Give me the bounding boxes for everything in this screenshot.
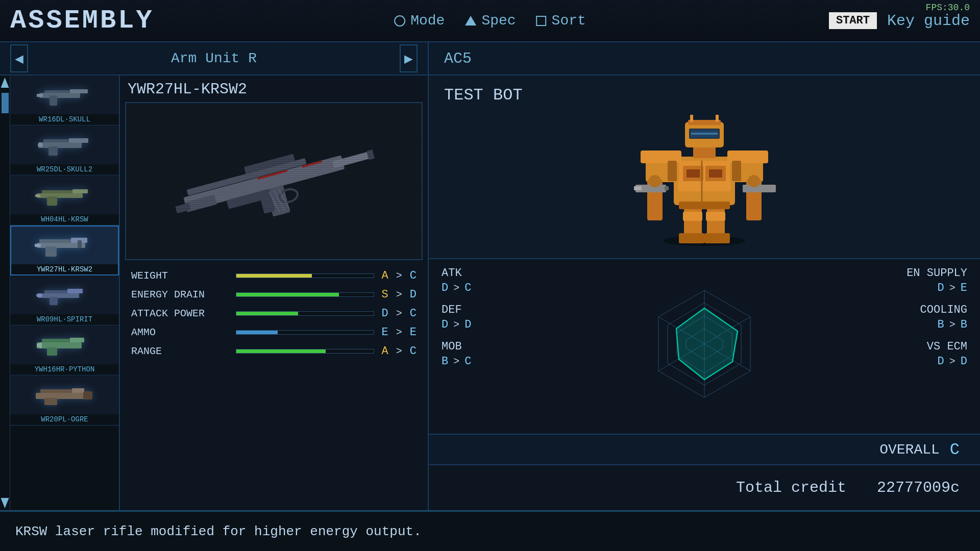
weapon-item-bg	[10, 76, 119, 114]
overall-label: OVERALL	[879, 442, 940, 458]
svg-rect-31	[36, 393, 84, 399]
weapon-image	[34, 280, 95, 311]
svg-rect-35	[83, 391, 92, 399]
arrow: >	[453, 356, 459, 367]
weapon-item[interactable]: YWH16HR·PYTHON	[10, 325, 119, 375]
scroll-thumb[interactable]	[2, 93, 9, 113]
sort-label: Sort	[552, 13, 586, 29]
svg-point-88	[748, 175, 760, 187]
stat-row-range: RANGE A > C	[131, 345, 416, 358]
grade-arrow: >	[396, 270, 402, 282]
weapon-item[interactable]: WR16DL·SKULL	[10, 76, 119, 126]
arrow: >	[949, 319, 955, 331]
arrow: >	[949, 356, 955, 367]
scroll-down-arrow[interactable]	[1, 498, 9, 508]
left-panel: ◀ Arm Unit R ▶	[0, 42, 429, 510]
credit-label: Total credit	[736, 479, 846, 496]
svg-rect-24	[50, 297, 58, 305]
svg-rect-63	[687, 169, 700, 178]
weapon-item-bg	[10, 276, 119, 314]
stat-row-weight: WEIGHT A > C	[131, 269, 416, 282]
left-scrollbar	[0, 76, 10, 510]
weapon-item-bg	[10, 376, 119, 414]
en-supply-label: EN SUPPLY	[906, 267, 967, 280]
mob-grade-after: C	[464, 355, 471, 368]
stat-weight-bar	[236, 273, 374, 278]
stat-row-ammo: AMMO E > E	[131, 326, 416, 339]
def-grades: D > D	[442, 318, 628, 331]
svg-rect-55	[679, 233, 704, 243]
en-supply-grade-before: D	[938, 282, 944, 294]
bot-display: TEST BOT	[429, 76, 980, 259]
overall-grade: C	[950, 440, 960, 459]
left-panel-header: ◀ Arm Unit R ▶	[0, 42, 428, 76]
mob-grade-before: B	[442, 355, 448, 368]
grade-weight-before: A	[382, 269, 388, 282]
header-navigation: Mode Spec Sort	[394, 13, 586, 29]
weapon-image	[34, 180, 95, 211]
stats-left-col: ATK D > C DEF D > D	[442, 267, 628, 426]
cooling-stat-group: COOLING B > B	[920, 304, 967, 331]
svg-rect-74	[634, 186, 642, 190]
weapon-item[interactable]: WR20PL·OGRE	[10, 375, 119, 425]
svg-rect-80	[691, 133, 718, 135]
arrow: >	[453, 319, 459, 331]
grade-range-before: A	[382, 345, 388, 358]
prev-button[interactable]: ◀	[10, 44, 28, 72]
stat-range-label: RANGE	[131, 345, 228, 357]
svg-rect-23	[67, 289, 83, 293]
stat-ammo-label: AMMO	[131, 327, 228, 338]
svg-rect-5	[38, 142, 82, 148]
svg-point-9	[38, 142, 43, 147]
grade-ammo-before: E	[382, 326, 388, 339]
arrow: >	[949, 282, 955, 294]
svg-rect-34	[44, 398, 57, 405]
svg-rect-64	[709, 169, 722, 178]
stat-ammo-bar	[236, 330, 374, 335]
spec-nav-item[interactable]: Spec	[465, 13, 516, 29]
weapon-image	[34, 380, 95, 411]
weapon-item[interactable]: WH04HL·KRSW	[10, 176, 119, 226]
weapon-item[interactable]: WR09HL·SPIRIT	[10, 276, 119, 325]
svg-rect-13	[47, 196, 57, 206]
svg-rect-7	[69, 138, 88, 143]
stat-row-energy-drain: ENERGY DRAIN S > D	[131, 288, 416, 301]
svg-rect-3	[50, 95, 57, 106]
left-panel-body: WR16DL·SKULL WR25DL·SKULL2	[0, 76, 428, 510]
svg-point-25	[36, 293, 42, 297]
atk-stat-group: ATK D > C	[442, 267, 628, 294]
header-right: START Key guide	[829, 12, 970, 30]
scroll-up-arrow[interactable]	[1, 78, 9, 88]
start-button[interactable]: START	[829, 12, 877, 29]
grade-weight-after: C	[410, 269, 416, 282]
svg-rect-20	[78, 240, 82, 248]
grade-ammo-after: E	[410, 326, 416, 339]
def-stat-group: DEF D > D	[442, 304, 628, 331]
bot-name-label: TEST BOT	[444, 86, 523, 105]
spec-label: Spec	[481, 13, 516, 29]
weapon-item-bg	[10, 326, 119, 364]
svg-rect-10	[37, 193, 83, 198]
mode-nav-item[interactable]: Mode	[394, 13, 445, 29]
arrow: >	[453, 282, 459, 294]
weapon-item[interactable]: WR25DL·SKULL2	[10, 126, 119, 176]
grade-arrow: >	[396, 345, 402, 357]
svg-rect-56	[704, 233, 730, 243]
atk-grades: D > C	[442, 282, 628, 294]
stats-grid: ATK D > C DEF D > D	[429, 259, 980, 434]
key-guide-label[interactable]: Key guide	[887, 12, 970, 30]
weapon-image	[34, 230, 95, 261]
next-button[interactable]: ▶	[400, 44, 418, 72]
weapon-item-selected[interactable]: YWR27HL·KRSW2	[10, 226, 119, 276]
weapon-item-label: WR20PL·OGRE	[10, 414, 119, 424]
def-label: DEF	[442, 304, 628, 316]
svg-rect-8	[48, 146, 58, 156]
stat-range-bar	[236, 349, 374, 354]
svg-rect-4	[37, 94, 43, 97]
credit-value: 22777009c	[877, 479, 960, 496]
cooling-grades: B > B	[938, 318, 967, 331]
sort-nav-item[interactable]: Sort	[536, 13, 586, 29]
weapon-item-bg	[10, 176, 119, 214]
en-supply-stat-group: EN SUPPLY D > E	[906, 267, 967, 294]
svg-rect-11	[42, 190, 72, 193]
